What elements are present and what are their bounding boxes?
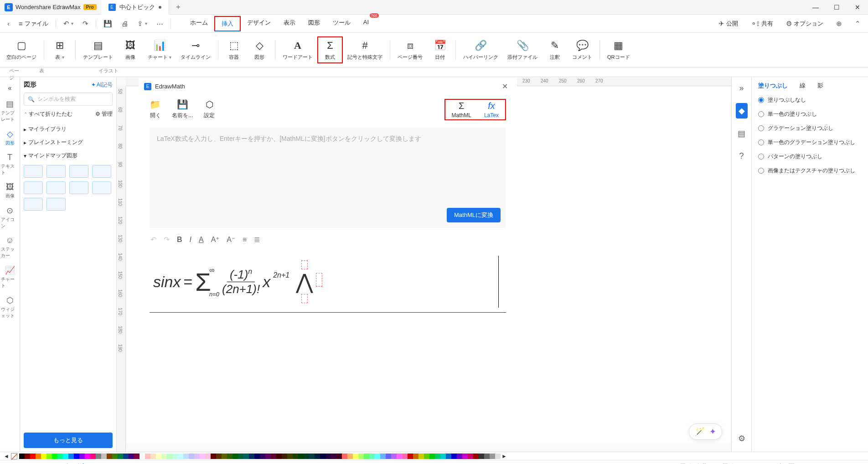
color-swatch[interactable] <box>79 454 85 459</box>
color-icon[interactable]: A <box>199 236 204 244</box>
ribbon-table[interactable]: ⊞表 ▾ <box>47 37 72 62</box>
color-swatch[interactable] <box>145 454 150 459</box>
color-swatch[interactable] <box>227 454 232 459</box>
color-swatch[interactable] <box>358 454 364 459</box>
italic-icon[interactable]: I <box>190 236 191 244</box>
cat-mylibrary[interactable]: ▸ マイライブラリ <box>24 123 113 136</box>
color-swatch[interactable] <box>172 454 178 459</box>
options-button[interactable]: ⚙オプション <box>782 18 827 30</box>
more-button[interactable]: もっと見る <box>24 433 113 448</box>
ai-symbol-button[interactable]: ✦ AI記号 <box>91 81 113 89</box>
shape-thumb[interactable] <box>24 165 43 178</box>
bold-icon[interactable]: B <box>177 236 182 244</box>
document-tab[interactable]: E 中心トピック <box>101 0 169 15</box>
color-swatch[interactable] <box>298 454 304 459</box>
color-swatch[interactable] <box>331 454 336 459</box>
color-swatch[interactable] <box>112 454 118 459</box>
notification-icon[interactable]: ⊕ <box>832 18 846 30</box>
rc-fill-icon[interactable]: ◆ <box>736 103 748 119</box>
color-swatch[interactable] <box>293 454 298 459</box>
color-swatch[interactable] <box>451 454 457 459</box>
color-swatch[interactable] <box>342 454 347 459</box>
color-swatch[interactable] <box>276 454 282 459</box>
color-swatch[interactable] <box>123 454 129 459</box>
ribbon-container[interactable]: ⬚容器 <box>221 37 247 62</box>
convert-button[interactable]: MathMLに変換 <box>447 208 501 222</box>
color-swatch[interactable] <box>490 454 495 459</box>
export-button[interactable]: ⇪▾ <box>134 18 151 30</box>
sidebar-sticker[interactable]: ☺ステッカー <box>0 233 20 262</box>
color-swatch[interactable] <box>326 454 331 459</box>
color-swatch[interactable] <box>74 454 79 459</box>
color-none[interactable] <box>11 453 17 459</box>
undo-icon[interactable]: ↶ <box>150 235 156 244</box>
color-swatch[interactable] <box>19 454 25 459</box>
print-button[interactable]: 🖨 <box>118 18 132 29</box>
shape-thumb[interactable] <box>69 165 88 178</box>
sidebar-shape[interactable]: ◇図形 <box>0 126 20 149</box>
color-swatch[interactable] <box>68 454 74 459</box>
tab-line[interactable]: 線 <box>800 82 806 90</box>
sidebar-chart[interactable]: 📈チャート <box>0 263 20 292</box>
ribbon-attachment[interactable]: 📎添付ファイル <box>503 37 542 62</box>
cat-mindmap[interactable]: ▾ マインドマップ図形 <box>24 149 113 162</box>
color-swatch[interactable] <box>41 454 46 459</box>
math-saveas[interactable]: 💾名前を... <box>172 99 193 119</box>
color-swatch[interactable] <box>156 454 161 459</box>
ribbon-shape[interactable]: ◇図形 <box>247 37 272 62</box>
cat-brainstorm[interactable]: ▸ ブレインストーミング <box>24 136 113 149</box>
color-swatch[interactable] <box>265 454 271 459</box>
undo-button[interactable]: ↶▾ <box>60 18 77 30</box>
color-swatch[interactable] <box>90 454 96 459</box>
shape-thumb[interactable] <box>46 181 66 194</box>
menu-shape[interactable]: 図形 <box>302 16 326 31</box>
color-swatch[interactable] <box>462 454 468 459</box>
color-swatch[interactable] <box>161 454 167 459</box>
color-swatch[interactable] <box>380 454 386 459</box>
maximize-button[interactable]: ☐ <box>826 0 847 15</box>
color-swatch[interactable] <box>63 454 68 459</box>
shape-thumb[interactable] <box>69 181 88 194</box>
color-swatch[interactable] <box>249 454 254 459</box>
color-swatch[interactable] <box>418 454 424 459</box>
file-menu[interactable]: ≡ファイル <box>15 18 52 30</box>
color-swatch[interactable] <box>52 454 57 459</box>
color-swatch[interactable] <box>243 454 249 459</box>
tab-mathml[interactable]: ΣMathML <box>445 100 478 119</box>
color-swatch[interactable] <box>347 454 353 459</box>
color-swatch[interactable] <box>216 454 222 459</box>
menu-design[interactable]: デザイン <box>241 16 277 31</box>
color-swatch[interactable] <box>30 454 36 459</box>
color-swatch[interactable] <box>200 454 205 459</box>
color-swatch[interactable] <box>336 454 342 459</box>
color-swatch[interactable] <box>391 454 397 459</box>
ribbon-blank-page[interactable]: ▢空白のページ <box>2 37 41 62</box>
color-swatch[interactable] <box>309 454 315 459</box>
color-swatch[interactable] <box>36 454 41 459</box>
color-swatch[interactable] <box>232 454 238 459</box>
color-swatch[interactable] <box>484 454 490 459</box>
math-settings[interactable]: ⬡設定 <box>204 99 215 119</box>
color-swatch[interactable] <box>369 454 375 459</box>
fill-solid-gradient[interactable]: 単一色のグラデーション塗りつぶし <box>758 139 862 146</box>
color-swatch[interactable] <box>402 454 408 459</box>
color-swatch[interactable] <box>468 454 473 459</box>
color-swatch[interactable] <box>260 454 265 459</box>
dialog-close[interactable]: ✕ <box>498 81 512 92</box>
ribbon-date[interactable]: 📅日付 <box>427 37 453 62</box>
color-swatch[interactable] <box>282 454 287 459</box>
color-swatch[interactable] <box>96 454 101 459</box>
color-swatch[interactable] <box>479 454 484 459</box>
ribbon-timeline[interactable]: ⊸タイムライン <box>176 37 215 62</box>
menu-home[interactable]: ホーム <box>184 16 214 31</box>
rc-page-icon[interactable]: ▤ <box>735 126 748 141</box>
fill-pattern[interactable]: パターンの塗りつぶし <box>758 153 862 160</box>
menu-insert[interactable]: 挿入 <box>214 16 241 31</box>
color-swatch[interactable] <box>150 454 156 459</box>
back-button[interactable]: ‹ <box>4 18 13 29</box>
close-button[interactable]: ✕ <box>847 0 868 15</box>
color-swatch[interactable] <box>107 454 112 459</box>
color-swatch[interactable] <box>271 454 276 459</box>
rc-help-icon[interactable]: ? <box>736 149 746 164</box>
color-swatch[interactable] <box>129 454 134 459</box>
